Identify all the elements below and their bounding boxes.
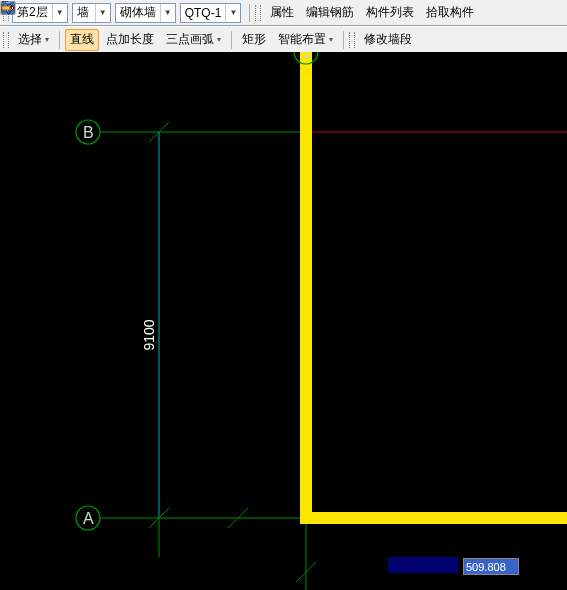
floor-combo[interactable]: 第2层 ▼: [12, 3, 68, 23]
component-list-label: 构件列表: [366, 4, 414, 21]
edit-rebar-label: 编辑钢筋: [306, 4, 354, 21]
separator: [343, 31, 344, 49]
drawing-canvas[interactable]: 1 B A 9100: [0, 52, 567, 590]
length-input[interactable]: [463, 558, 519, 575]
properties-label: 属性: [270, 4, 294, 21]
svg-rect-30: [300, 512, 312, 524]
chevron-down-icon: ▼: [95, 4, 110, 22]
category-value: 墙: [73, 4, 95, 21]
pick-component-label: 拾取构件: [426, 4, 474, 21]
wall-vertical: [300, 52, 312, 518]
smart-layout-label: 智能布置: [278, 31, 326, 48]
chevron-down-icon: ▼: [225, 4, 240, 22]
component-list-button[interactable]: 构件列表: [361, 2, 419, 24]
toolbar-grip[interactable]: [349, 32, 355, 48]
component-value: QTQ-1: [181, 6, 226, 20]
drawing-svg: 1 B A 9100: [0, 52, 567, 590]
properties-button[interactable]: 属性: [265, 2, 299, 24]
chevron-down-icon: ▼: [52, 4, 67, 22]
axis-label-1: 1: [302, 52, 311, 61]
modify-wall-segment-button[interactable]: 修改墙段: [359, 29, 417, 51]
point-length-label: 点加长度: [106, 31, 154, 48]
wall-horizontal: [300, 512, 567, 524]
line-button[interactable]: 直线: [65, 29, 99, 51]
point-length-button[interactable]: 点加长度: [101, 29, 159, 51]
modify-wall-label: 修改墙段: [364, 31, 412, 48]
toolbar-grip[interactable]: [255, 5, 261, 21]
separator: [59, 31, 60, 49]
rectangle-button[interactable]: 矩形: [237, 29, 271, 51]
select-label: 选择: [18, 31, 42, 48]
component-combo[interactable]: QTQ-1 ▼: [180, 3, 242, 23]
axis-label-b: B: [83, 124, 94, 141]
category-combo[interactable]: 墙 ▼: [72, 3, 111, 23]
rectangle-label: 矩形: [242, 31, 266, 48]
line-label: 直线: [70, 31, 94, 48]
selection-highlight: [388, 557, 458, 573]
pick-component-button[interactable]: 拾取构件: [421, 2, 479, 24]
axis-label-a: A: [83, 510, 94, 527]
toolbar-context: 第2层 ▼ 墙 ▼ 砌体墙 ▼ QTQ-1 ▼ 属性 编辑钢筋 构件列表 拾取构…: [0, 0, 567, 26]
three-point-arc-button[interactable]: 三点画弧: [161, 29, 226, 51]
arc-label: 三点画弧: [166, 31, 214, 48]
edit-rebar-button[interactable]: 编辑钢筋: [301, 2, 359, 24]
chevron-down-icon: ▼: [160, 4, 175, 22]
separator: [249, 4, 250, 22]
toolbar-draw: 选择 直线 点加长度 三点画弧 矩形 智能布置 修改墙段: [0, 26, 567, 53]
floor-value: 第2层: [13, 4, 52, 21]
toolbar-grip[interactable]: [3, 32, 9, 48]
select-button[interactable]: 选择: [13, 29, 54, 51]
dimension-vertical: 9100: [141, 319, 157, 350]
separator: [231, 31, 232, 49]
wall-type-combo[interactable]: 砌体墙 ▼: [115, 3, 176, 23]
wall-type-value: 砌体墙: [116, 4, 160, 21]
smart-layout-button[interactable]: 智能布置: [273, 29, 338, 51]
